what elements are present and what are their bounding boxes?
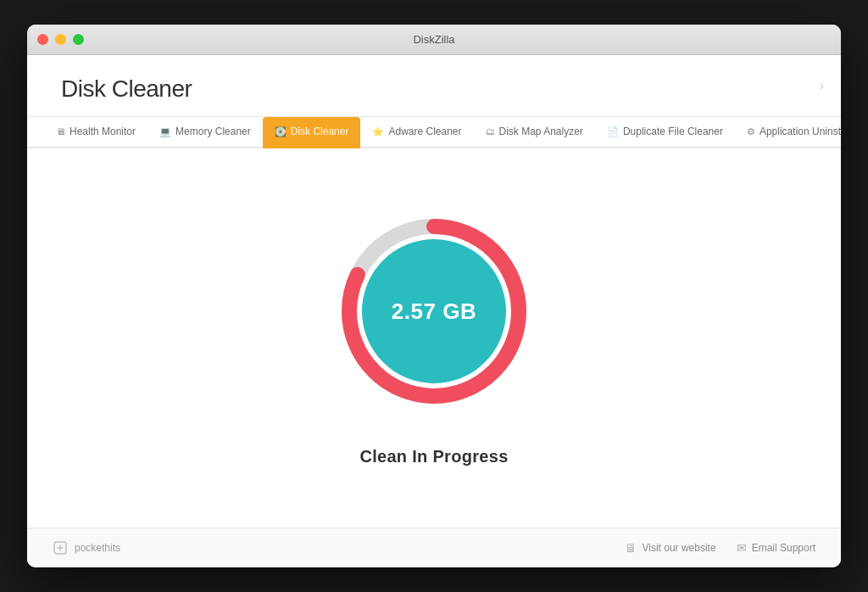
uninstaller-tab-icon: ⚙ xyxy=(747,126,755,137)
footer-links: 🖥 Visit our website ✉ Email Support xyxy=(625,541,815,555)
titlebar: DiskZilla xyxy=(27,25,841,55)
email-icon: ✉ xyxy=(737,541,747,555)
email-support-link[interactable]: ✉ Email Support xyxy=(737,541,815,555)
adware-tab-label: Adware Cleaner xyxy=(388,126,461,137)
disk-tab-icon: 💽 xyxy=(275,126,287,137)
page-header: Disk Cleaner › xyxy=(27,55,841,117)
chevron-right-icon: › xyxy=(820,78,824,93)
email-support-label: Email Support xyxy=(752,542,815,554)
visit-website-label: Visit our website xyxy=(642,542,715,554)
main-content: 2.57 GB Clean In Progress xyxy=(27,148,841,528)
disk-tab-label: Disk Cleaner xyxy=(291,126,349,137)
diskmap-tab-label: Disk Map Analyzer xyxy=(499,126,583,137)
brand-name: pockethits xyxy=(75,542,120,554)
tab-health[interactable]: 🖥Health Monitor xyxy=(44,117,147,148)
disk-size-display: 2.57 GB xyxy=(362,239,506,383)
memory-tab-icon: 💻 xyxy=(159,126,171,137)
minimize-button[interactable] xyxy=(55,34,66,45)
diskmap-tab-icon: 🗂 xyxy=(486,126,495,137)
disk-size-value: 2.57 GB xyxy=(392,299,476,325)
brand: pockethits xyxy=(53,540,120,556)
content-area: Disk Cleaner › 🖥Health Monitor💻Memory Cl… xyxy=(27,55,841,528)
visit-website-link[interactable]: 🖥 Visit our website xyxy=(625,541,715,555)
maximize-button[interactable] xyxy=(73,34,84,45)
duplicate-tab-icon: 📄 xyxy=(607,126,619,137)
tab-duplicate[interactable]: 📄Duplicate File Cleaner xyxy=(595,117,735,148)
close-button[interactable] xyxy=(37,34,48,45)
page-title: Disk Cleaner xyxy=(61,75,192,102)
duplicate-tab-label: Duplicate File Cleaner xyxy=(623,126,723,137)
app-window: DiskZilla Disk Cleaner › 🖥Health Monitor… xyxy=(27,25,841,567)
tab-memory[interactable]: 💻Memory Cleaner xyxy=(147,117,263,148)
tab-diskmap[interactable]: 🗂Disk Map Analyzer xyxy=(474,117,595,148)
health-tab-icon: 🖥 xyxy=(56,126,65,137)
tab-disk[interactable]: 💽Disk Cleaner xyxy=(263,117,361,148)
adware-tab-icon: ⭐ xyxy=(372,126,384,137)
window-title: DiskZilla xyxy=(413,33,454,46)
health-tab-label: Health Monitor xyxy=(70,126,136,137)
donut-chart: 2.57 GB xyxy=(332,209,536,413)
brand-icon xyxy=(53,540,68,556)
uninstaller-tab-label: Application Uninstaller xyxy=(760,126,841,137)
window-controls xyxy=(37,34,84,45)
tab-uninstaller[interactable]: ⚙Application Uninstaller xyxy=(735,117,841,148)
monitor-icon: 🖥 xyxy=(625,541,637,555)
status-label: Clean In Progress xyxy=(359,447,508,466)
footer: pockethits 🖥 Visit our website ✉ Email S… xyxy=(27,528,841,567)
memory-tab-label: Memory Cleaner xyxy=(175,126,251,137)
tab-adware[interactable]: ⭐Adware Cleaner xyxy=(360,117,473,148)
nav-tabs: 🖥Health Monitor💻Memory Cleaner💽Disk Clea… xyxy=(27,117,841,148)
